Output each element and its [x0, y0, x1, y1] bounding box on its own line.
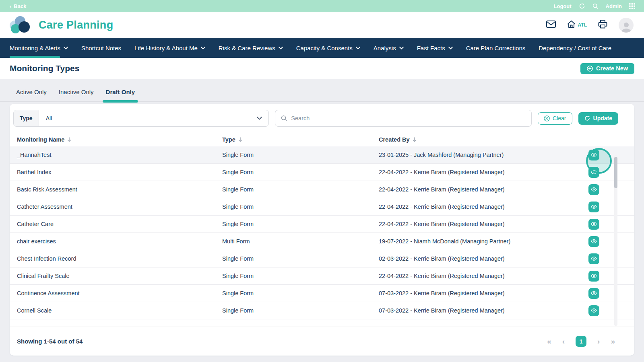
column-header-monitoring-name[interactable]: Monitoring Name: [17, 136, 64, 143]
cell-created-by: 07-03-2022 - Kerrie Biram (Registered Ma…: [379, 307, 588, 314]
table-footer: Showing 1-54 out of 54 « ‹ 1 › »: [10, 327, 634, 356]
cell-type: Single Form: [222, 273, 379, 279]
nav-item-label: Shortcut Notes: [81, 45, 121, 51]
eye-icon: [591, 204, 597, 209]
eye-icon: [591, 222, 597, 226]
table-row[interactable]: Catheter Care Single Form 22-04-2022 - K…: [10, 216, 634, 233]
eye-icon: [591, 291, 597, 296]
nav-item[interactable]: Life History & About Me: [134, 38, 205, 58]
app-logo-icon: [10, 16, 31, 34]
tab[interactable]: Inactive Only: [59, 88, 94, 101]
home-location-label: ATL: [578, 22, 587, 28]
view-button[interactable]: [588, 202, 599, 212]
view-button[interactable]: [588, 288, 599, 299]
table-row[interactable]: Chest Infection Record Single Form 02-03…: [10, 250, 634, 267]
search-icon[interactable]: [592, 3, 599, 9]
chevron-down-icon: [399, 47, 404, 49]
view-button[interactable]: [588, 305, 599, 316]
logout-icon[interactable]: [579, 3, 585, 9]
admin-link[interactable]: Admin: [606, 3, 622, 9]
table-row[interactable]: Basic Risk Assessment Single Form 22-04-…: [10, 181, 634, 198]
column-header-type[interactable]: Type: [222, 136, 235, 143]
table-row[interactable]: Barthel Index Single Form 22-04-2022 - K…: [10, 164, 634, 181]
table-row[interactable]: Catheter Assessment Single Form 22-04-20…: [10, 198, 634, 216]
chevron-down-icon: [64, 47, 68, 49]
cell-type: Single Form: [222, 169, 379, 175]
app-title: Care Planning: [39, 19, 113, 31]
tab-label: Draft Only: [106, 88, 135, 95]
last-page-button[interactable]: »: [611, 337, 615, 345]
nav-item-label: Fast Facts: [417, 45, 445, 51]
filter-bar: Type All Clear Update: [10, 104, 634, 133]
cell-monitoring-name: chair exercises: [17, 238, 222, 245]
tab[interactable]: Active Only: [16, 88, 47, 101]
monitoring-types-card: Type All Clear Update Monitoring Name Ty…: [10, 104, 634, 356]
previous-page-button[interactable]: ‹: [562, 337, 565, 345]
nav-item[interactable]: Monitoring & Alerts: [10, 38, 68, 58]
logout-link[interactable]: Logout: [554, 3, 572, 9]
clear-label: Clear: [553, 115, 566, 121]
scrollbar-thumb[interactable]: [614, 157, 617, 188]
nav-item-label: Monitoring & Alerts: [10, 45, 60, 51]
apps-grid-icon[interactable]: [629, 3, 635, 9]
sort-arrow-icon[interactable]: [67, 137, 71, 142]
showing-count: Showing 1-54 out of 54: [17, 338, 83, 345]
view-button[interactable]: [588, 253, 599, 264]
clear-button[interactable]: Clear: [538, 112, 572, 125]
tab-label: Inactive Only: [59, 88, 94, 95]
status-tabs: Active Only Inactive Only Draft Only: [0, 79, 644, 102]
user-avatar[interactable]: [619, 18, 634, 33]
view-button[interactable]: [588, 184, 599, 195]
back-button[interactable]: ‹ Back: [10, 3, 26, 9]
nav-item[interactable]: Shortcut Notes: [81, 38, 121, 58]
view-button[interactable]: [588, 167, 599, 178]
current-page-button[interactable]: 1: [576, 336, 586, 347]
print-icon[interactable]: [598, 20, 607, 30]
update-button[interactable]: Update: [578, 112, 618, 125]
nav-item-label: Analysis: [374, 45, 396, 51]
cell-created-by: 22-04-2022 - Kerrie Biram (Registered Ma…: [379, 186, 588, 193]
next-page-button[interactable]: ›: [597, 337, 600, 345]
first-page-button[interactable]: «: [547, 337, 551, 345]
brand: Care Planning: [10, 16, 113, 34]
create-new-label: Create New: [596, 65, 628, 72]
eye-icon: [591, 170, 597, 175]
nav-item-label: Care Plan Corrections: [466, 45, 526, 51]
nav-item[interactable]: Risk & Care Reviews: [219, 38, 283, 58]
mail-icon[interactable]: [546, 21, 556, 29]
home-button[interactable]: ATL: [567, 20, 587, 30]
search-input[interactable]: [291, 115, 526, 121]
table-scrollbar[interactable]: [614, 155, 617, 326]
page-title-bar: Monitoring Types Create New: [0, 58, 644, 79]
view-button[interactable]: [588, 271, 599, 282]
tab[interactable]: Draft Only: [106, 88, 135, 101]
column-header-created-by[interactable]: Created By: [379, 136, 410, 143]
cell-created-by: 19-07-2022 - Niamh McDonald (Managing Pa…: [379, 238, 588, 245]
nav-item[interactable]: Capacity & Consents: [296, 38, 360, 58]
chevron-left-icon: ‹: [10, 3, 11, 9]
eye-icon: [591, 274, 597, 278]
cell-monitoring-name: Catheter Assessment: [17, 204, 222, 210]
nav-item[interactable]: Fast Facts: [417, 38, 453, 58]
type-select[interactable]: Type All: [13, 110, 269, 127]
create-new-button[interactable]: Create New: [580, 63, 634, 74]
view-button[interactable]: [588, 150, 599, 160]
sort-arrow-icon[interactable]: [238, 137, 242, 142]
table-row[interactable]: _HannahTest Single Form 23-01-2025 - Jac…: [10, 146, 634, 164]
table-row[interactable]: chair exercises Multi Form 19-07-2022 - …: [10, 233, 634, 250]
table-row[interactable]: Continence Assessment Single Form 07-03-…: [10, 285, 634, 302]
nav-item-label: Dependency / Cost of Care: [539, 45, 611, 51]
cell-created-by: 22-04-2022 - Kerrie Biram (Registered Ma…: [379, 221, 588, 227]
nav-item[interactable]: Care Plan Corrections: [466, 38, 526, 58]
view-button[interactable]: [588, 236, 599, 247]
nav-item[interactable]: Dependency / Cost of Care: [539, 38, 611, 58]
cell-monitoring-name: Barthel Index: [17, 169, 222, 175]
cell-type: Single Form: [222, 186, 379, 193]
table-row[interactable]: Clinical Frailty Scale Single Form 22-04…: [10, 267, 634, 285]
nav-item[interactable]: Analysis: [374, 38, 404, 58]
view-button[interactable]: [588, 219, 599, 230]
sort-arrow-icon[interactable]: [413, 137, 417, 142]
chevron-down-icon: [356, 47, 360, 49]
chevron-down-icon: [201, 47, 205, 49]
table-row[interactable]: Cornell Scale Single Form 07-03-2022 - K…: [10, 302, 634, 319]
